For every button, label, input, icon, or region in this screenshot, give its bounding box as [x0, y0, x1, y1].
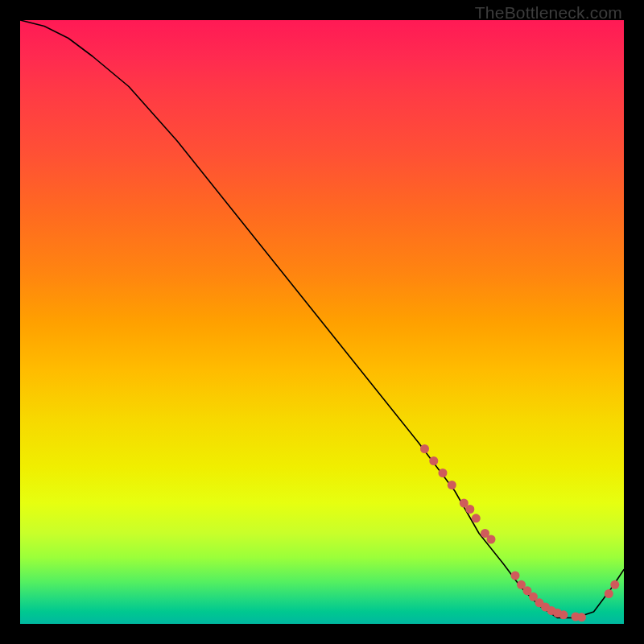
- chart-canvas: TheBottleneck.com: [0, 0, 644, 644]
- plot-area: [20, 20, 624, 624]
- watermark: TheBottleneck.com: [475, 3, 622, 23]
